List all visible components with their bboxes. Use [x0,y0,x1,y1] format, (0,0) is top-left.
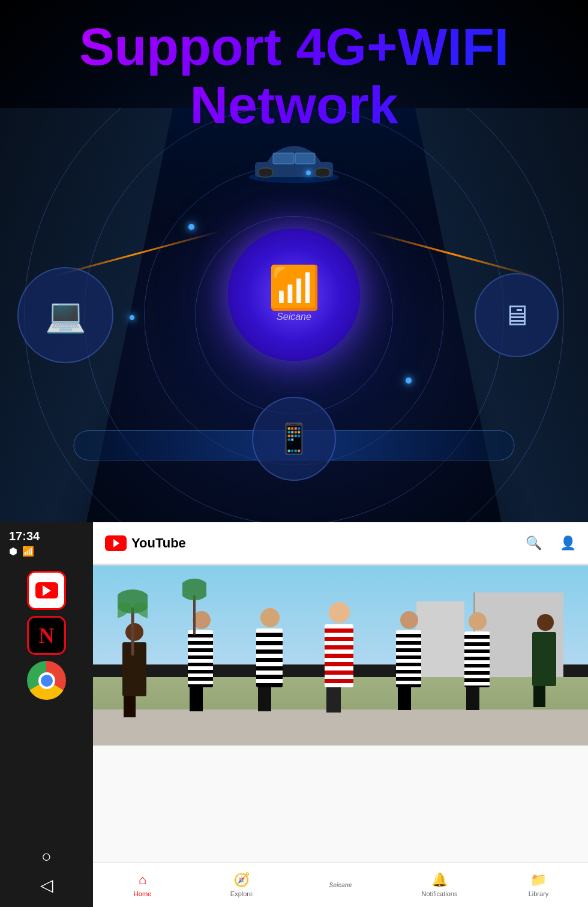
notifications-nav-label: Notifications [422,890,458,897]
hero-section: Support 4G+WIFI Network [0,0,588,522]
home-nav-label: Home [134,890,151,897]
search-icon[interactable]: 🔍 [526,535,542,551]
android-ui-section: 17:34 ⬢ 📶 N [0,522,588,907]
app-icon-list: N [27,562,66,847]
library-nav-icon: 📁 [530,872,547,888]
video-area[interactable] [93,565,588,862]
status-bar: 17:34 ⬢ 📶 [0,522,93,562]
youtube-play-logo [105,535,127,551]
laptop-icon: 💻 [45,296,86,335]
monitor-device-circle: 🖥 [475,273,559,357]
explore-nav-icon: 🧭 [233,872,250,888]
svg-rect-5 [295,153,315,164]
notifications-nav-icon: 🔔 [431,872,448,888]
chromium-app-icon[interactable] [27,661,66,700]
laptop-device-circle: 💻 [17,267,113,363]
seicane-nav-logo-area: Seicane [291,882,390,888]
clock: 17:34 [9,529,84,543]
svg-rect-2 [258,168,273,177]
bluetooth-icon: ⬢ [9,546,17,557]
monitor-icon: 🖥 [502,299,531,332]
video-thumbnail[interactable] [93,565,588,746]
wifi-circle: 📶 Seicane [228,229,360,361]
svg-point-11 [182,579,206,600]
phone-icon: 📱 [276,422,312,456]
nav-home[interactable]: ⌂ Home [93,872,192,897]
navigation-buttons: ○ ◁ [40,847,53,907]
wifi-status-icon: 📶 [22,546,34,557]
youtube-wordmark: YouTube [131,535,186,551]
nav-library[interactable]: 📁 Library [489,872,588,897]
car-silhouette [246,141,342,185]
youtube-header: YouTube 🔍 👤 [93,522,588,564]
sidebar: 17:34 ⬢ 📶 N [0,522,93,907]
netflix-app-icon[interactable]: N [27,616,66,655]
home-button[interactable]: ○ [41,847,52,866]
headline-line2: Network [0,76,588,134]
seicane-nav-text: Seicane [329,882,352,888]
explore-nav-label: Explore [230,890,253,897]
youtube-bottom-nav: ⌂ Home 🧭 Explore Seicane 🔔 Notifications… [93,862,588,907]
nav-notifications[interactable]: 🔔 Notifications [390,872,489,897]
youtube-logo: YouTube [105,535,186,551]
headline-container: Support 4G+WIFI Network [0,0,588,134]
library-nav-label: Library [529,890,549,897]
center-brand: Seicane [277,312,311,322]
home-nav-icon: ⌂ [139,872,146,888]
wifi-icon: 📶 [268,267,320,309]
youtube-content-area: YouTube 🔍 👤 [93,522,588,907]
svg-rect-3 [315,168,330,177]
svg-rect-4 [273,153,294,164]
youtube-app-icon[interactable] [27,571,66,610]
headline-line1: Support 4G+WIFI [0,18,588,76]
back-button[interactable]: ◁ [40,875,53,895]
phone-device-circle: 📱 [252,397,336,481]
car-scene: 📶 Seicane 💻 🖥 📱 [0,108,588,522]
nav-explore[interactable]: 🧭 Explore [192,872,291,897]
account-icon[interactable]: 👤 [560,535,576,551]
